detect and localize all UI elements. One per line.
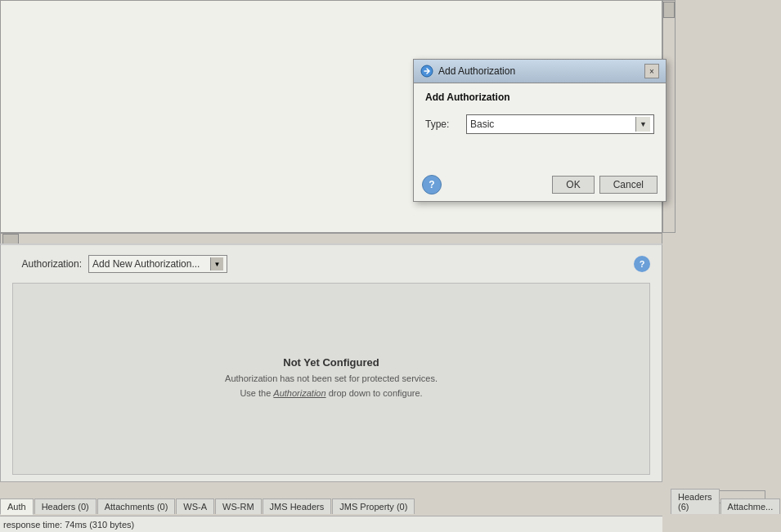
dialog-body: Add Authorization Type: Basic ▼	[414, 83, 666, 168]
auth-dropdown-text: Add New Authorization...	[92, 258, 207, 270]
auth-content-area: Not Yet Configured Authorization has not…	[12, 283, 650, 475]
type-select-text: Basic	[470, 118, 635, 130]
status-bar: response time: 74ms (310 bytes)	[0, 516, 662, 532]
dialog-footer: ? OK Cancel	[414, 168, 666, 201]
dropdown-arrow-icon: ▼	[210, 257, 223, 270]
dialog-title-text: Add Authorization	[438, 65, 515, 77]
dialog-title-left: Add Authorization	[420, 65, 515, 78]
tab-headers-right[interactable]: Headers (6)	[671, 489, 720, 514]
desc-line2-link: Authorization	[273, 388, 325, 398]
tab-attachments[interactable]: Attachments (0)	[97, 498, 176, 514]
desc-line1: Authorization has not been set for prote…	[225, 373, 438, 383]
not-configured-desc: Authorization has not been set for prote…	[225, 372, 438, 400]
bottom-tabs: Auth Headers (0) Attachments (0) WS-A WS…	[0, 498, 415, 514]
dialog-help-button[interactable]: ?	[422, 175, 442, 194]
add-authorization-dialog: Add Authorization × Add Authorization Ty…	[413, 59, 667, 202]
tab-attachments-right[interactable]: Attachme...	[720, 498, 781, 514]
right-bottom-tabs: Headers (6) Attachme...	[671, 489, 781, 514]
tab-headers[interactable]: Headers (0)	[34, 498, 97, 514]
dialog-icon	[420, 65, 433, 78]
desc-line2-suffix: drop down to configure.	[326, 388, 423, 398]
dialog-button-group: OK Cancel	[552, 176, 658, 194]
auth-help-button[interactable]: ?	[634, 256, 650, 272]
tab-auth[interactable]: Auth	[0, 498, 34, 515]
tab-wsa[interactable]: WS-A	[176, 498, 214, 514]
dialog-section-title: Add Authorization	[425, 92, 654, 103]
dialog-close-button[interactable]: ×	[644, 64, 659, 78]
not-configured-title: Not Yet Configured	[283, 356, 379, 369]
tab-jms-headers[interactable]: JMS Headers	[263, 498, 332, 514]
type-select-arrow-icon: ▼	[635, 117, 650, 132]
auth-form-row: Authorization: Add New Authorization... …	[7, 252, 655, 276]
tab-jms-property[interactable]: JMS Property (0)	[332, 498, 415, 514]
tab-wsrm[interactable]: WS-RM	[215, 498, 262, 514]
type-label: Type:	[425, 118, 466, 130]
type-select[interactable]: Basic ▼	[466, 114, 654, 134]
scrollbar-thumb[interactable]	[663, 2, 675, 18]
dialog-form-row: Type: Basic ▼	[425, 114, 654, 134]
dialog-titlebar: Add Authorization ×	[414, 60, 666, 83]
auth-dropdown[interactable]: Add New Authorization... ▼	[88, 255, 227, 273]
auth-panel: Authorization: Add New Authorization... …	[0, 244, 662, 482]
status-text: response time: 74ms (310 bytes)	[3, 520, 134, 530]
cancel-button[interactable]: Cancel	[599, 176, 658, 194]
desc-line2-prefix: Use the	[240, 388, 273, 398]
auth-label: Authorization:	[12, 258, 82, 270]
ok-button[interactable]: OK	[552, 176, 594, 194]
